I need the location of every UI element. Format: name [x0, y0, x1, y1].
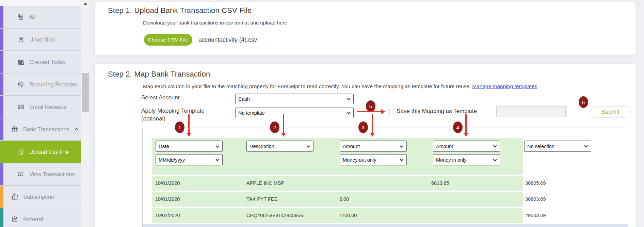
mapping-template-select[interactable]: No template — [235, 108, 354, 118]
annotation-arrow-4-head — [464, 133, 468, 137]
subscription-icon — [10, 193, 19, 200]
annotation-arrow-3 — [372, 114, 373, 133]
column3-property-select[interactable]: Amount — [340, 141, 407, 152]
chevron-down-icon — [215, 159, 220, 161]
sidebar-item-view-transactions[interactable]: $ View Transactions — [0, 163, 81, 186]
row2-date: 10/01/2020 — [155, 192, 180, 207]
sidebar-item-upload-csv-file[interactable]: CSV Upload Csv File — [0, 141, 81, 163]
column1-property-value: Date — [159, 144, 169, 149]
accent-bar — [0, 163, 3, 185]
svg-text:$: $ — [20, 173, 21, 176]
sidebar-item-bank-transactions[interactable]: $ Bank Transactions — [0, 118, 81, 141]
annotation-badge-2: 2 — [270, 121, 279, 133]
sidebar-item-email-receipts[interactable]: Email Receipts — [0, 96, 81, 118]
accent-bar — [0, 74, 3, 95]
email-receipts-icon — [16, 103, 25, 111]
accent-bar — [0, 208, 3, 227]
choose-csv-file-button[interactable]: Choose CSV File — [144, 34, 192, 46]
column4-property-select[interactable]: Amount — [433, 141, 500, 152]
column5-property-value: No selection — [527, 144, 554, 149]
accent-bar — [0, 141, 3, 163]
row2-money-out: 2.00 — [339, 192, 349, 207]
account-select-value: Cash — [238, 96, 250, 102]
annotation-arrow-5 — [357, 111, 381, 112]
column4-format-value: Money in only — [436, 157, 466, 163]
submit-button[interactable]: Submit — [590, 106, 631, 118]
sidebar-item-label: Created Today — [29, 59, 66, 65]
apply-template-label: Apply Mapping Template (optional) — [141, 107, 205, 123]
unverified-receipts-icon — [16, 36, 25, 43]
column4-format-select[interactable]: Money in only — [433, 154, 500, 165]
column1-property-select[interactable]: Date — [156, 141, 223, 152]
sidebar-item-label: Recurring Receipts — [29, 81, 77, 88]
annotation-arrow-2 — [283, 114, 284, 133]
account-select[interactable]: Cash — [235, 94, 354, 104]
row3-money-out: 1100.00 — [339, 208, 357, 223]
row3-balance: 29503.69 — [525, 208, 546, 223]
chevron-down-icon — [306, 145, 310, 148]
sidebar-item-referral[interactable]: Referral — [0, 208, 81, 227]
annotation-badge-6: 6 — [579, 96, 588, 108]
apply-template-label-line1: Apply Mapping Template — [141, 107, 205, 115]
sidebar-item-recurring-receipts[interactable]: Recurring Receipts — [0, 74, 81, 96]
all-receipts-icon — [16, 13, 25, 21]
recurring-receipts-icon — [16, 81, 25, 88]
apply-template-label-line2: (optional) — [141, 115, 205, 123]
svg-text:$: $ — [14, 126, 15, 128]
scrollbar-thumb[interactable] — [82, 73, 89, 112]
created-today-icon — [16, 58, 25, 66]
accent-bar — [0, 29, 3, 50]
accent-bar — [0, 96, 3, 118]
sidebar-item-label: Upload Csv File — [29, 149, 69, 155]
sidebar-item-unverified[interactable]: Unverified — [0, 29, 81, 51]
instruction-text: Map each column in your file to the matc… — [143, 83, 471, 89]
save-mapping-label: Save this Mapping as Template — [397, 108, 477, 115]
scroll-up-arrow-icon[interactable] — [83, 2, 87, 5]
select-account-label: Select Account — [141, 94, 179, 101]
annotation-badge-4: 4 — [453, 121, 463, 133]
row2-description: TAX PYT FEE — [246, 192, 277, 207]
column2-property-value: Description — [249, 144, 274, 149]
mapping-table: Date Description Amount Amount No select… — [142, 128, 628, 227]
annotation-arrow-1-head — [187, 133, 191, 137]
view-transactions-icon: $ — [16, 171, 25, 178]
row3-date: 10/02/2020 — [155, 208, 180, 223]
sidebar-item-subscription[interactable]: Subscription — [0, 186, 81, 208]
sidebar-scrollbar[interactable] — [81, 0, 90, 227]
chevron-down-icon — [584, 145, 588, 148]
row1-description: APPLE INC MSP — [246, 176, 284, 191]
step2-title: Step 2. Map Bank Transaction — [108, 70, 210, 79]
sidebar-item-label: Unverified — [29, 36, 54, 43]
referral-icon — [10, 215, 19, 223]
save-mapping-checkbox[interactable] — [389, 109, 394, 114]
chevron-down-icon — [347, 112, 351, 114]
chevron-up-icon[interactable] — [74, 128, 79, 131]
annotation-arrow-2-head — [281, 133, 286, 137]
chevron-down-icon — [215, 145, 220, 148]
column2-property-select[interactable]: Description — [246, 141, 313, 152]
accent-bar — [0, 186, 3, 208]
annotation-arrow-3-head — [370, 133, 375, 137]
sidebar-item-label: Email Receipts — [29, 104, 67, 110]
sidebar-item-created-today[interactable]: Created Today — [0, 51, 81, 74]
column1-format-select[interactable]: MM/dd/yyyy — [156, 154, 223, 165]
annotation-arrow-1 — [188, 114, 190, 133]
sidebar-item-all[interactable]: All — [0, 6, 81, 29]
accent-bar — [0, 51, 3, 73]
column5-property-select[interactable]: No selection — [524, 141, 591, 152]
annotation-arrow-5-head — [381, 109, 385, 114]
manage-mapping-templates-link[interactable]: Manage mapping templates — [472, 83, 537, 89]
sidebar-item-label: All — [29, 14, 35, 20]
svg-text:CSV: CSV — [18, 150, 22, 152]
table-row — [152, 192, 523, 207]
column1-format-value: MM/dd/yyyy — [159, 157, 185, 163]
sidebar-item-label: Subscription — [23, 194, 54, 200]
column3-format-select[interactable]: Money out only — [340, 154, 407, 165]
chevron-down-icon — [493, 159, 497, 161]
column4-property-value: Amount — [436, 144, 453, 149]
accent-bar — [0, 6, 3, 28]
uploaded-filename: accountactivity (4).csv — [198, 36, 257, 44]
step1-card: Step 1. Upload Bank Transaction CSV File… — [95, 2, 636, 55]
template-name-input[interactable] — [496, 106, 566, 117]
column3-property-value: Amount — [343, 144, 360, 149]
